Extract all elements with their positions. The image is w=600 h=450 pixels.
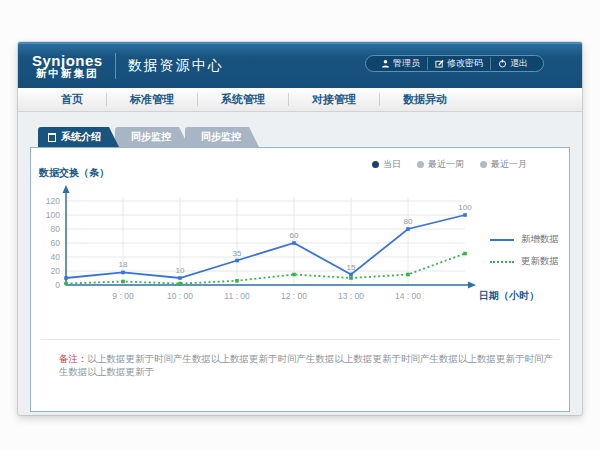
filter-label: 最近一月: [491, 158, 527, 171]
svg-text:9 : 00: 9 : 00: [112, 291, 134, 301]
tab-0[interactable]: 系统介绍: [38, 127, 119, 147]
svg-text:18: 18: [119, 260, 128, 269]
remark-text: 以上数据更新于时间产生数据以上数据更新于时间产生数据以上数据更新于时间产生数据以…: [59, 353, 553, 377]
nav-item-0[interactable]: 首页: [38, 88, 106, 111]
svg-text:80: 80: [404, 217, 413, 226]
tab-label: 系统介绍: [61, 127, 101, 147]
legend-line-sample: [490, 239, 514, 241]
svg-text:20: 20: [51, 266, 61, 276]
filter-label: 当日: [383, 158, 401, 171]
tab-bar: 系统介绍同步监控同步监控: [30, 127, 570, 147]
svg-text:120: 120: [46, 196, 60, 206]
time-filter-group: 当日最近一周最近一月: [372, 158, 527, 171]
legend-line-sample: [490, 261, 514, 263]
radio-dot-icon: [372, 161, 379, 168]
app-window: Synjones 新中新集团 数据资源中心 管理员修改密码退出 首页标准管理系统…: [18, 42, 582, 415]
tab-2[interactable]: 同步监控: [185, 127, 259, 147]
legend-label: 更新数据: [521, 255, 559, 268]
nav-item-3[interactable]: 对接管理: [289, 88, 379, 111]
filter-radio-1[interactable]: 最近一周: [417, 158, 464, 171]
svg-text:80: 80: [51, 224, 61, 234]
chart-area: 0204060801001209 : 0010 : 0011 : 0012 : …: [31, 181, 569, 313]
svg-text:0: 0: [55, 280, 60, 290]
main-nav: 首页标准管理系统管理对接管理数据异动: [18, 88, 582, 112]
user-menu-user[interactable]: 管理员: [374, 57, 427, 70]
line-chart: 0204060801001209 : 0010 : 0011 : 0012 : …: [31, 181, 551, 313]
svg-text:11 : 00: 11 : 00: [224, 291, 250, 301]
logo-text-cn: 新中新集团: [32, 68, 103, 79]
svg-text:100: 100: [46, 210, 60, 220]
user-menu-edit[interactable]: 修改密码: [427, 57, 490, 70]
document-icon: [48, 133, 56, 142]
filter-radio-0[interactable]: 当日: [372, 158, 401, 171]
svg-text:13 : 00: 13 : 00: [338, 291, 364, 301]
legend-item-1: 更新数据: [490, 255, 559, 268]
content-area: 系统介绍同步监控同步监控 当日最近一周最近一月 数据交换（条） 02040608…: [18, 112, 582, 415]
app-header: Synjones 新中新集团 数据资源中心 管理员修改密码退出: [18, 42, 582, 88]
svg-text:12 : 00: 12 : 00: [281, 291, 307, 301]
filter-radio-2[interactable]: 最近一月: [480, 158, 527, 171]
edit-icon: [435, 59, 444, 68]
svg-text:40: 40: [51, 252, 61, 262]
svg-text:10: 10: [176, 266, 185, 275]
svg-text:10 : 00: 10 : 00: [167, 291, 193, 301]
tab-label: 同步监控: [201, 127, 241, 147]
user-menu: 管理员修改密码退出: [365, 55, 544, 72]
logo: Synjones 新中新集团: [32, 53, 103, 80]
user-menu-power[interactable]: 退出: [490, 57, 535, 70]
remark-label: 备注：: [59, 353, 88, 364]
filter-label: 最近一周: [428, 158, 464, 171]
user-menu-label: 修改密码: [447, 57, 483, 70]
svg-text:14 : 00: 14 : 00: [395, 291, 421, 301]
svg-text:60: 60: [290, 231, 299, 240]
user-icon: [381, 59, 390, 68]
nav-item-1[interactable]: 标准管理: [107, 88, 197, 111]
svg-text:15: 15: [347, 263, 356, 272]
svg-text:60: 60: [51, 238, 61, 248]
header-divider: [115, 53, 116, 79]
chart-legend: 新增数据更新数据: [490, 233, 559, 268]
svg-text:35: 35: [233, 249, 242, 258]
user-menu-label: 退出: [510, 57, 528, 70]
legend-label: 新增数据: [521, 233, 559, 246]
tab-label: 同步监控: [131, 127, 171, 147]
remark: 备注：以上数据更新于时间产生数据以上数据更新于时间产生数据以上数据更新于时间产生…: [31, 340, 569, 379]
tab-1[interactable]: 同步监控: [115, 127, 189, 147]
legend-item-0: 新增数据: [490, 233, 559, 246]
content-panel: 当日最近一周最近一月 数据交换（条） 0204060801001209 : 00…: [30, 147, 570, 412]
nav-item-2[interactable]: 系统管理: [198, 88, 288, 111]
radio-dot-icon: [417, 161, 424, 168]
svg-text:日期（小时）: 日期（小时）: [479, 290, 539, 301]
user-menu-label: 管理员: [393, 57, 420, 70]
logo-text-en: Synjones: [32, 53, 103, 69]
radio-dot-icon: [480, 161, 487, 168]
power-icon: [498, 59, 507, 68]
nav-item-4[interactable]: 数据异动: [380, 88, 470, 111]
page-title: 数据资源中心: [128, 57, 224, 75]
svg-text:100: 100: [458, 203, 472, 212]
